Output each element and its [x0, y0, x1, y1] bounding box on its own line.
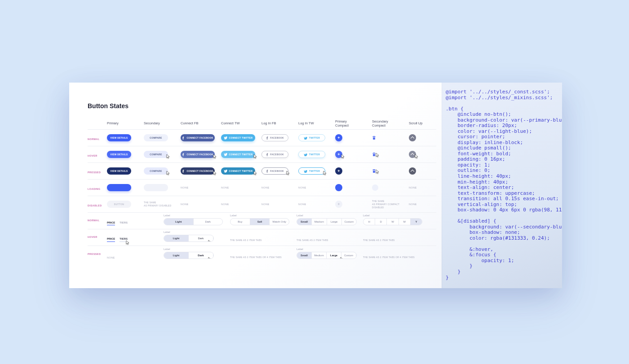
login-twitter-button-hover[interactable]: TWITTER: [298, 151, 325, 158]
facebook-icon: [182, 153, 185, 157]
page-title: Button States: [88, 102, 128, 110]
segment-small[interactable]: Small: [297, 219, 312, 225]
segment-size: Small Medium Large Custom: [297, 218, 357, 225]
tab-price[interactable]: PRICE: [107, 221, 115, 225]
segment-buy[interactable]: Buy: [230, 219, 250, 225]
state-label-hover: HOVER: [88, 154, 97, 157]
segment-small[interactable]: Small: [297, 252, 312, 259]
segment-light[interactable]: Light: [164, 219, 194, 225]
primary-compact-button[interactable]: +: [335, 134, 342, 141]
segment-label: Label: [164, 248, 230, 250]
state-label-normal: NORMAL: [88, 219, 100, 222]
plus-icon: +: [337, 202, 340, 206]
chevron-up-icon: [411, 153, 414, 157]
connect-facebook-button[interactable]: CONNECT FACEBOOK: [181, 134, 215, 141]
segment-h[interactable]: H: [363, 219, 375, 225]
twitter-icon: [304, 170, 307, 173]
disabled-note: THE SAME AS PRIMARY COMPACT DISABLED: [372, 200, 399, 209]
segment-sell[interactable]: Sell: [250, 219, 270, 225]
same-note: THE SAME AS 2 ITEM TABS OR 4 ITEM TABS: [230, 256, 297, 259]
none-label: NONE: [298, 203, 306, 206]
primary-compact-button-pressed[interactable]: +: [335, 167, 342, 175]
facebook-icon: [182, 169, 185, 173]
login-facebook-button-pressed[interactable]: FACEBOOK: [261, 167, 288, 175]
login-facebook-button-hover[interactable]: FACEBOOK: [261, 151, 288, 158]
secondary-compact-trash-button[interactable]: [372, 136, 376, 140]
segment-light[interactable]: Light: [164, 252, 189, 259]
segment-custom[interactable]: Custom: [341, 252, 356, 259]
row-pressed: PRESSED VIEW DETAILS COMPARE CONNECT FAC…: [88, 163, 436, 180]
segment-light[interactable]: Light: [164, 235, 189, 241]
primary-compact-button-hover[interactable]: +: [335, 151, 342, 158]
twitter-icon: [304, 153, 307, 156]
scroll-up-button-hover[interactable]: [409, 151, 416, 158]
connect-twitter-button[interactable]: CONNECT TWITTER: [221, 134, 255, 141]
col-login-tw: Log In TW: [298, 121, 314, 125]
facebook-icon: [266, 169, 268, 173]
segment-label: Label: [164, 214, 230, 217]
segment-m[interactable]: M: [399, 219, 411, 225]
tab-price[interactable]: PRICE: [107, 237, 115, 242]
none-label: NONE: [221, 186, 229, 189]
scroll-up-button-pressed[interactable]: [409, 167, 416, 175]
segment-y[interactable]: Y: [411, 219, 422, 225]
login-facebook-button[interactable]: FACEBOOK: [261, 134, 288, 141]
scroll-up-button[interactable]: [409, 134, 416, 141]
login-twitter-label: TWITTER: [309, 136, 320, 139]
tabs-row-hover: HOVER PRICE TIERS Label Light Dark: [88, 229, 436, 246]
segment-d[interactable]: D: [375, 219, 387, 225]
cursor-icon: [376, 169, 380, 174]
segment-w[interactable]: W: [387, 219, 399, 225]
none-label: NONE: [261, 186, 270, 189]
segment-large[interactable]: Large: [327, 219, 342, 225]
primary-button-loading: [107, 184, 131, 191]
primary-compact-button-disabled: +: [335, 201, 342, 208]
segment-label: Label: [164, 231, 230, 233]
primary-button-hover[interactable]: VIEW DETAILS: [107, 151, 131, 158]
column-header-row: Primary Secondary Connect FB Connect TW …: [88, 117, 436, 130]
row-normal: NORMAL VIEW DETAILS COMPARE CONNECT FACE…: [88, 130, 436, 146]
secondary-compact-trash-button-pressed[interactable]: [372, 169, 376, 173]
login-twitter-button-pressed[interactable]: TWITTER: [298, 167, 325, 175]
segment-label: Label: [363, 214, 430, 217]
secondary-button-hover[interactable]: COMPARE: [144, 151, 168, 158]
primary-button[interactable]: VIEW DETAILS: [107, 134, 131, 141]
same-note: THE SAME AS 2 ITEM TABS: [230, 239, 297, 242]
segment-medium[interactable]: Medium: [312, 219, 327, 225]
col-login-fb: Log In FB: [261, 121, 276, 125]
segment-label: Label: [297, 248, 363, 250]
segment-timerange: H D W M Y: [363, 218, 422, 225]
connect-twitter-button-hover[interactable]: CONNECT TWITTER: [221, 151, 255, 158]
segment-watch-only[interactable]: Watch Only: [270, 219, 289, 225]
secondary-compact-loading: [372, 184, 378, 191]
segment-dark-pressed[interactable]: Dark: [189, 252, 213, 259]
twitter-icon: [304, 136, 307, 140]
tabs-row-pressed: PRESSED NONE Label Light Dark THE SAME A…: [88, 246, 436, 263]
secondary-button-pressed[interactable]: COMPARE: [144, 167, 168, 175]
facebook-icon: [266, 136, 268, 140]
none-label: NONE: [181, 203, 189, 206]
primary-button-pressed[interactable]: VIEW DETAILS: [107, 167, 131, 175]
segment-medium[interactable]: Medium: [312, 252, 327, 259]
secondary-compact-trash-button-hover[interactable]: [372, 152, 376, 157]
none-label: NONE: [298, 186, 306, 189]
connect-facebook-button-pressed[interactable]: CONNECT FACEBOOK: [181, 167, 215, 175]
scss-code: @import '../../styles/_const.scss'; @imp…: [446, 89, 558, 281]
tab-tiers-hover[interactable]: TIERS: [120, 237, 128, 242]
twitter-icon: [224, 153, 227, 156]
facebook-icon: [182, 136, 185, 140]
connect-facebook-button-hover[interactable]: CONNECT FACEBOOK: [181, 151, 215, 158]
secondary-button[interactable]: COMPARE: [144, 134, 168, 141]
segment-custom[interactable]: Custom: [342, 219, 356, 225]
segment-dark[interactable]: Dark: [194, 219, 223, 225]
segment-large-pressed[interactable]: Large: [327, 252, 341, 259]
twitter-icon: [224, 169, 227, 173]
connect-twitter-button-pressed[interactable]: CONNECT TWITTER: [221, 167, 255, 175]
row-loading: LOADING NONE NONE NONE NONE NONE: [88, 180, 436, 196]
tab-tiers[interactable]: TIERS: [120, 221, 128, 225]
login-twitter-button[interactable]: TWITTER: [298, 134, 325, 141]
disabled-note: THE SAME AS PRIMARY DISABLED: [144, 201, 172, 207]
segment-dark-hover[interactable]: Dark: [189, 235, 213, 241]
segment-label: Label: [230, 214, 297, 217]
price-tabs: PRICE TIERS: [107, 221, 164, 225]
